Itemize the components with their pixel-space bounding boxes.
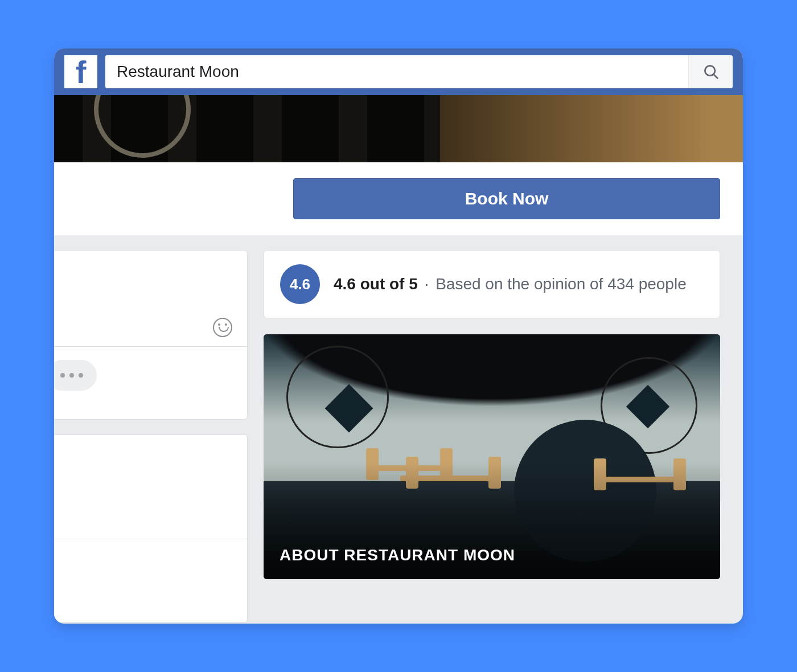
book-now-button[interactable]: Book Now <box>293 178 720 219</box>
rating-score: 4.6 out of 5 <box>334 275 418 293</box>
rating-badge: 4.6 <box>280 264 320 304</box>
content-area: 4.6 4.6 out of 5 · Based on the opinion … <box>54 235 743 624</box>
more-button[interactable] <box>54 360 97 391</box>
rating-count: Based on the opinion of 434 people <box>436 275 687 293</box>
page-action-bar: Book Now <box>54 162 743 235</box>
search-input[interactable] <box>105 55 688 88</box>
search-button[interactable] <box>688 55 733 88</box>
main-column: 4.6 4.6 out of 5 · Based on the opinion … <box>264 250 720 624</box>
about-title: ABOUT RESTAURANT MOON <box>280 546 515 564</box>
sidebar-card-info <box>54 435 248 622</box>
facebook-logo-icon[interactable]: f <box>64 55 97 88</box>
svg-line-1 <box>714 75 717 78</box>
search-icon <box>702 63 720 80</box>
separator: · <box>425 275 429 293</box>
rating-card: 4.6 4.6 out of 5 · Based on the opinion … <box>264 250 720 318</box>
left-sidebar <box>54 250 248 624</box>
search-bar <box>105 55 733 88</box>
facebook-page-window: f Book Now <box>54 48 743 624</box>
cover-photo <box>54 95 743 162</box>
about-card[interactable]: ABOUT RESTAURANT MOON <box>264 334 720 579</box>
divider <box>54 346 247 347</box>
sidebar-card-post <box>54 250 248 420</box>
top-bar: f <box>54 48 743 95</box>
rating-text: 4.6 out of 5 · Based on the opinion of 4… <box>334 273 687 296</box>
emoji-icon[interactable] <box>213 318 232 337</box>
divider <box>54 539 247 539</box>
